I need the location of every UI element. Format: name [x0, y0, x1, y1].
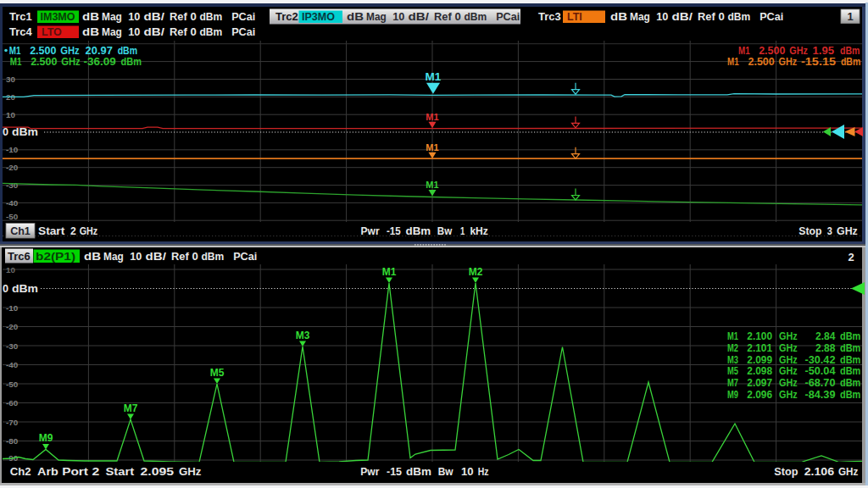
svg-text:GHz: GHz: [779, 354, 798, 366]
svg-text:30: 30: [6, 75, 15, 84]
svg-text:M1: M1: [426, 112, 438, 122]
svg-text:GHz: GHz: [779, 389, 798, 401]
svg-text:dB: dB: [82, 10, 99, 23]
svg-text:-30: -30: [6, 180, 19, 190]
svg-text:1: 1: [847, 10, 853, 23]
svg-text:2.095: 2.095: [141, 465, 175, 478]
svg-text:Port: Port: [62, 465, 89, 478]
svg-text:-15.15: -15.15: [801, 55, 836, 68]
svg-text:GHz: GHz: [61, 55, 81, 68]
svg-text:M7: M7: [727, 377, 738, 389]
svg-text:M9: M9: [39, 432, 53, 444]
svg-text:0: 0: [718, 10, 724, 23]
svg-text:Mag: Mag: [103, 250, 124, 263]
svg-text:-36.09: -36.09: [84, 55, 116, 68]
svg-text:0: 0: [3, 283, 8, 295]
svg-text:M5: M5: [727, 365, 738, 377]
svg-text:10: 10: [128, 10, 140, 23]
svg-text:dBm: dBm: [840, 342, 860, 354]
svg-text:3: 3: [827, 225, 832, 237]
svg-text:dBm: dBm: [406, 225, 431, 237]
svg-text:M7: M7: [124, 402, 138, 414]
svg-text:Ch2: Ch2: [10, 465, 31, 478]
svg-text:dB/: dB/: [144, 10, 165, 23]
svg-text:M1: M1: [426, 180, 438, 190]
svg-text:Mag: Mag: [630, 10, 650, 23]
svg-text:M1: M1: [426, 70, 442, 83]
svg-text:IM3MO: IM3MO: [41, 11, 75, 23]
svg-text:2.84: 2.84: [815, 330, 835, 342]
svg-text:dB: dB: [610, 10, 627, 23]
svg-text:GHz: GHz: [779, 377, 798, 389]
svg-text:Ref: Ref: [170, 25, 187, 38]
svg-text:GHz: GHz: [179, 465, 202, 478]
svg-text:GHz: GHz: [779, 330, 798, 342]
svg-text:2.106: 2.106: [804, 465, 834, 478]
svg-text:2: 2: [70, 225, 76, 237]
svg-text:Mag: Mag: [366, 10, 387, 23]
svg-text:10: 10: [6, 265, 15, 274]
svg-text:b2(P1): b2(P1): [36, 251, 75, 263]
svg-text:-80: -80: [6, 436, 19, 446]
svg-text:Mag: Mag: [102, 10, 122, 23]
svg-text:10: 10: [130, 250, 142, 263]
svg-text:GHz: GHz: [779, 365, 798, 377]
svg-text:0: 0: [190, 10, 196, 23]
svg-text:-40: -40: [6, 360, 19, 369]
svg-text:PCai: PCai: [233, 250, 257, 263]
svg-text:dB/: dB/: [144, 25, 165, 38]
svg-text:-20: -20: [6, 163, 19, 172]
svg-text:M3: M3: [296, 330, 310, 341]
svg-text:dBm: dBm: [121, 55, 142, 68]
svg-text:2: 2: [848, 251, 854, 263]
svg-text:0: 0: [3, 126, 8, 138]
svg-text:Ref: Ref: [170, 10, 187, 23]
svg-text:M1: M1: [727, 330, 738, 342]
svg-text:dB: dB: [82, 25, 99, 38]
svg-text:dB/: dB/: [409, 10, 430, 23]
svg-text:-20: -20: [6, 322, 19, 331]
svg-text:M2: M2: [727, 342, 738, 354]
svg-text:Ref: Ref: [171, 250, 189, 263]
svg-text:dBm: dBm: [727, 10, 750, 23]
svg-text:Start: Start: [38, 225, 65, 237]
svg-text:GHz: GHz: [779, 342, 798, 354]
svg-text:dBm: dBm: [840, 389, 860, 401]
svg-text:dB: dB: [84, 250, 101, 263]
svg-text:GHz: GHz: [779, 55, 798, 68]
svg-text:dBm: dBm: [199, 25, 222, 38]
svg-text:-60: -60: [6, 398, 19, 408]
svg-text:-10: -10: [6, 303, 19, 313]
svg-text:-68.70: -68.70: [805, 377, 836, 389]
svg-text:Trc1: Trc1: [9, 10, 32, 23]
svg-text:-15: -15: [387, 465, 402, 478]
svg-text:2.098: 2.098: [747, 365, 772, 377]
svg-text:Ch1: Ch1: [10, 225, 31, 237]
svg-text:dBm: dBm: [199, 10, 222, 23]
svg-text:Stop: Stop: [798, 225, 821, 237]
svg-text:0: 0: [192, 250, 198, 263]
svg-text:GHz: GHz: [838, 465, 859, 478]
svg-text:2.096: 2.096: [747, 389, 772, 401]
svg-text:10: 10: [392, 10, 404, 23]
svg-text:dBm: dBm: [201, 250, 224, 263]
svg-text:dBm: dBm: [840, 377, 860, 389]
svg-text:Stop: Stop: [774, 465, 798, 478]
svg-text:PCai: PCai: [231, 25, 255, 38]
svg-text:Trc2: Trc2: [275, 10, 298, 23]
svg-text:0: 0: [190, 25, 196, 38]
svg-text:dB: dB: [347, 10, 364, 23]
svg-text:10: 10: [6, 110, 15, 119]
svg-text:2.500: 2.500: [31, 55, 57, 68]
svg-text:kHz: kHz: [470, 225, 488, 237]
svg-text:2.099: 2.099: [747, 354, 772, 366]
svg-text:-50.04: -50.04: [805, 365, 836, 377]
svg-text:M1: M1: [727, 55, 739, 68]
svg-text:Trc4: Trc4: [9, 25, 33, 38]
svg-text:10: 10: [461, 465, 474, 478]
svg-text:dBm: dBm: [464, 10, 487, 23]
svg-text:Bw: Bw: [437, 225, 453, 237]
svg-text:2.101: 2.101: [747, 342, 772, 354]
svg-text:M3: M3: [727, 354, 738, 366]
svg-text:dB/: dB/: [146, 250, 167, 263]
